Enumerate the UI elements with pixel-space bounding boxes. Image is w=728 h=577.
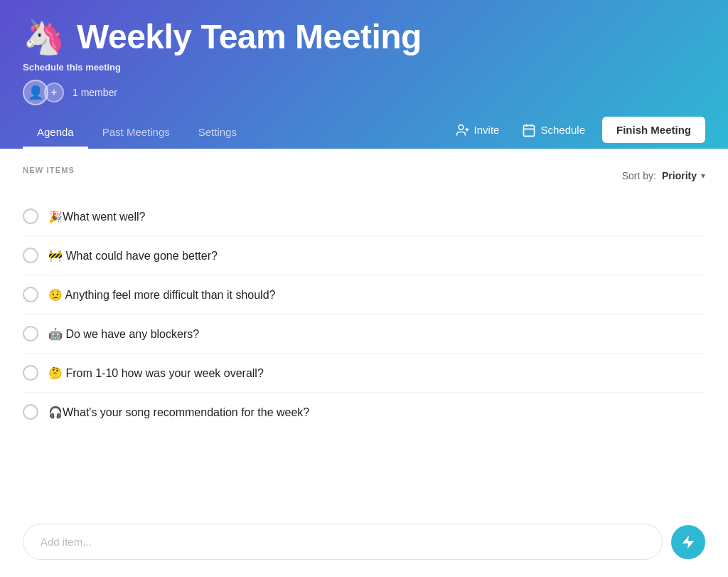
tab-past-meetings[interactable]: Past Meetings [88, 117, 184, 149]
meeting-title: Weekly Team Meeting [77, 17, 422, 56]
member-count: 1 member [73, 87, 117, 98]
unicorn-emoji: 🦄 [23, 20, 65, 54]
sort-control[interactable]: Sort by: Priority ▾ [622, 170, 705, 181]
agenda-item[interactable]: 🤖 Do we have any blockers? [23, 314, 705, 354]
item-checkbox-2[interactable] [23, 248, 38, 263]
agenda-item[interactable]: 🚧 What could have gone better? [23, 236, 705, 275]
invite-label: Invite [474, 124, 500, 136]
item-checkbox-4[interactable] [23, 326, 38, 342]
tab-agenda[interactable]: Agenda [23, 117, 88, 149]
schedule-label: Schedule this meeting [23, 62, 705, 73]
add-member-button[interactable]: + [44, 83, 64, 102]
section-label: NEW ITEMS [23, 166, 75, 174]
sort-value: Priority [662, 170, 697, 181]
lightning-icon [680, 534, 696, 550]
header-top: 🦄 Weekly Team Meeting [23, 17, 705, 56]
item-checkbox-3[interactable] [23, 287, 38, 302]
item-checkbox-5[interactable] [23, 365, 38, 381]
schedule-button[interactable]: Schedule [516, 119, 591, 142]
lightning-button[interactable] [671, 525, 705, 559]
agenda-item[interactable]: 🎧What's your song recommendation for the… [23, 393, 705, 431]
nav-bar: Agenda Past Meetings Settings Invite [23, 117, 705, 149]
schedule-label: Schedule [540, 124, 585, 136]
item-checkbox-1[interactable] [23, 208, 38, 224]
agenda-item[interactable]: 🤔 From 1-10 how was your week overall? [23, 354, 705, 393]
agenda-list: 🎉What went well? 🚧 What could have gone … [23, 197, 705, 431]
invite-icon [456, 123, 470, 137]
chevron-down-icon: ▾ [701, 171, 705, 181]
members-row: 👤 + 1 member [23, 80, 705, 105]
svg-point-0 [459, 125, 464, 129]
tab-settings[interactable]: Settings [184, 117, 251, 149]
item-text-2: 🚧 What could have gone better? [48, 249, 218, 263]
avatar-group: 👤 + [23, 80, 64, 105]
main-content: NEW ITEMS Sort by: Priority ▾ 🎉What went… [0, 149, 728, 448]
svg-rect-3 [524, 125, 535, 136]
item-text-4: 🤖 Do we have any blockers? [48, 327, 199, 341]
sort-prefix: Sort by: [622, 170, 656, 181]
item-text-5: 🤔 From 1-10 how was your week overall? [48, 366, 264, 380]
invite-button[interactable]: Invite [450, 119, 505, 142]
nav-actions: Invite Schedule Finish Meeting [450, 117, 705, 149]
nav-tabs: Agenda Past Meetings Settings [23, 117, 251, 149]
item-text-6: 🎧What's your song recommendation for the… [48, 406, 309, 419]
agenda-item[interactable]: 🎉What went well? [23, 197, 705, 236]
item-checkbox-6[interactable] [23, 404, 38, 420]
agenda-item[interactable]: 😟 Anything feel more difficult than it s… [23, 275, 705, 314]
header: 🦄 Weekly Team Meeting Schedule this meet… [0, 0, 728, 149]
add-item-input[interactable] [23, 524, 663, 560]
add-item-bar [23, 524, 705, 560]
item-text-3: 😟 Anything feel more difficult than it s… [48, 288, 275, 302]
calendar-icon [522, 123, 536, 137]
item-text-1: 🎉What went well? [48, 210, 146, 223]
finish-meeting-button[interactable]: Finish Meeting [602, 117, 705, 143]
